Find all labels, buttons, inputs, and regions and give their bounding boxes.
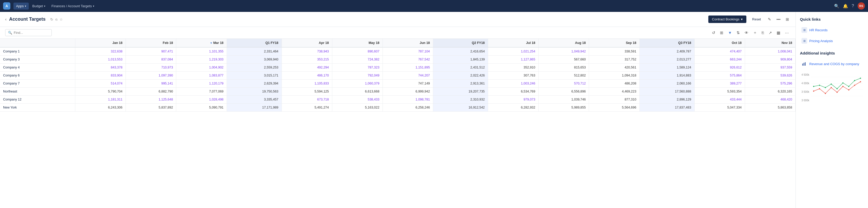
data-table: Jan 18 Feb 18 ▼Mar 18 Q1 FY18 Apr 18 May…	[0, 39, 796, 112]
data-cell: 907,471	[126, 47, 176, 56]
data-cell: 1,004,902	[176, 64, 227, 72]
data-cell: 1,097,390	[126, 72, 176, 79]
data-cell: 1,008,041	[745, 47, 795, 56]
svg-point-18	[825, 93, 826, 94]
table-row: Northeast5,790,7046,882,7907,077,06919,7…	[0, 88, 796, 96]
col-q3fy18: Q3 FY18	[640, 39, 694, 47]
data-cell: 744,207	[382, 72, 433, 79]
copy-icon[interactable]: ⎘	[760, 29, 766, 36]
svg-point-12	[842, 82, 844, 84]
company-name-cell: Company 3	[0, 56, 75, 64]
eye-icon[interactable]: 👁	[743, 29, 750, 36]
svg-point-20	[836, 92, 838, 93]
data-cell: 815,653	[538, 64, 589, 72]
filter-icon[interactable]: ▼	[726, 29, 734, 36]
data-cell: 833,904	[75, 72, 126, 79]
table-row: Company 31,013,553837,0841,219,3033,069,…	[0, 56, 796, 64]
data-cell: 792,049	[332, 72, 382, 79]
data-cell: 5,790,704	[75, 88, 126, 96]
data-cell: 5,163,022	[332, 104, 382, 112]
data-cell: 353,215	[282, 56, 332, 64]
data-cell: 5,989,855	[538, 104, 589, 112]
data-cell: 663,244	[694, 56, 745, 64]
search-input[interactable]	[14, 31, 49, 35]
search-icon[interactable]: 🔍	[834, 4, 839, 8]
table-view-icon[interactable]: ▦	[775, 29, 782, 36]
col-jun18: Jun 18	[382, 39, 433, 47]
svg-text:USD: USD	[811, 97, 812, 101]
undo-icon[interactable]: ↺	[710, 29, 717, 36]
bell-icon[interactable]: 🔔	[843, 4, 848, 8]
refresh-icon[interactable]: ↻	[50, 17, 53, 22]
share-icon[interactable]: ⎋	[55, 17, 58, 22]
finances-chevron-icon: ▾	[93, 5, 94, 7]
data-cell: 1,120,179	[176, 79, 227, 88]
data-cell: 19,750,563	[227, 88, 282, 96]
data-cell: 420,561	[589, 64, 640, 72]
col-jan18: Jan 18	[75, 39, 126, 47]
data-cell: 1,003,246	[488, 79, 538, 88]
add-icon[interactable]: ＋	[751, 29, 758, 36]
svg-point-19	[831, 87, 832, 89]
data-cell: 6,243,306	[75, 104, 126, 112]
data-cell: 322,638	[75, 47, 126, 56]
layout-icon[interactable]: ⊞	[784, 16, 790, 23]
svg-point-15	[860, 78, 861, 79]
app-logo[interactable]: A	[3, 2, 10, 9]
more-options-icon[interactable]: •••	[775, 16, 782, 23]
right-sidebar: Quick links ⊞ HR Records ⊞ Pricing Analy…	[796, 12, 868, 208]
header-icons: ↻ ⎋ ☆	[50, 17, 63, 22]
chart-bar-icon	[802, 61, 807, 67]
data-cell: 3,015,171	[227, 72, 282, 79]
reset-button[interactable]: Reset	[749, 15, 764, 23]
user-avatar[interactable]: RS	[858, 2, 865, 9]
insight-revenue-cogs[interactable]: Revenue and COGS by company	[800, 59, 864, 69]
data-cell: 1,914,883	[640, 72, 694, 79]
data-table-wrapper: Jan 18 Feb 18 ▼Mar 18 Q1 FY18 Apr 18 May…	[0, 39, 796, 208]
company-name-cell: Company 4	[0, 64, 75, 72]
star-icon[interactable]: ☆	[60, 17, 63, 22]
apps-nav-button[interactable]: Apps ▾	[13, 3, 29, 9]
quick-link-hr-records[interactable]: ⊞ HR Records	[800, 25, 864, 35]
svg-point-23	[854, 85, 855, 86]
overflow-icon[interactable]: ⋯	[783, 29, 790, 36]
svg-point-22	[848, 90, 849, 91]
data-cell: 1,098,781	[382, 96, 433, 104]
quick-link-pricing-analysis[interactable]: ⊞ Pricing Analysis	[800, 36, 864, 46]
mini-chart-container: 4 500k 4 000k 3 500k 3 000k	[800, 71, 864, 104]
sort-icon[interactable]: ⇅	[735, 29, 741, 36]
data-cell: 673,718	[282, 96, 332, 104]
data-cell: 6,613,668	[332, 88, 382, 96]
additional-insights-title: Additional insights	[800, 51, 864, 55]
data-cell: 1,021,254	[488, 47, 538, 56]
data-cell: 468,420	[745, 96, 795, 104]
col-jul18: Jul 18	[488, 39, 538, 47]
data-cell: 7,077,069	[176, 88, 227, 96]
data-cell: 747,149	[382, 79, 433, 88]
data-cell: 6,320,165	[745, 88, 795, 96]
svg-rect-1	[804, 63, 804, 66]
data-cell: 877,310	[589, 96, 640, 104]
data-cell: 1,219,303	[176, 56, 227, 64]
budget-nav-button[interactable]: Budget ▾	[30, 3, 48, 9]
data-cell: 1,181,311	[75, 96, 126, 104]
col-oct18: Oct 18	[694, 39, 745, 47]
back-button[interactable]: ‹	[5, 17, 6, 22]
data-cell: 307,763	[488, 72, 538, 79]
data-cell: 926,612	[694, 64, 745, 72]
help-icon[interactable]: ?	[852, 4, 854, 8]
data-cell: 1,127,865	[488, 56, 538, 64]
contract-bookings-button[interactable]: Contract Bookings ▾	[708, 15, 746, 23]
data-cell: 5,564,696	[589, 104, 640, 112]
search-box-icon: 🔍	[8, 31, 12, 35]
edit-icon[interactable]: ✎	[767, 16, 773, 23]
data-cell: 6,258,246	[382, 104, 433, 112]
export-icon[interactable]: ↗	[767, 29, 774, 36]
grid-icon[interactable]: ⊞	[718, 29, 725, 36]
search-box[interactable]: 🔍	[5, 29, 52, 36]
data-cell: 1,101,355	[176, 47, 227, 56]
finances-nav-button[interactable]: Finances / Account Targets ▾	[49, 3, 97, 9]
apps-chevron-icon: ▾	[25, 5, 26, 7]
svg-point-13	[848, 86, 849, 87]
col-may18: May 18	[332, 39, 382, 47]
